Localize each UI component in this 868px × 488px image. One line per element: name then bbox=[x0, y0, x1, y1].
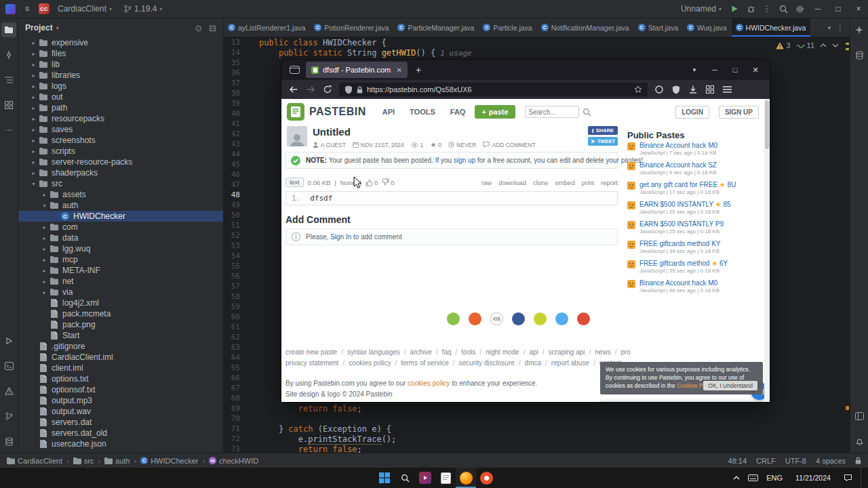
weak-warnings-indicator[interactable]: 11 bbox=[796, 41, 814, 49]
project-tree-item[interactable]: ▾auth bbox=[18, 200, 223, 211]
project-tree-item[interactable]: log4j2.xml bbox=[18, 298, 223, 308]
public-paste-link[interactable]: Binance Account hack SZ bbox=[639, 161, 717, 169]
touch-keyboard-icon[interactable] bbox=[748, 474, 758, 481]
more-tools-button[interactable]: ⋯ bbox=[1, 123, 16, 138]
browser-close-button[interactable]: ✕ bbox=[745, 60, 766, 80]
public-paste-link[interactable]: Binance Account hack M0 bbox=[639, 279, 719, 287]
commit-tool-button[interactable] bbox=[1, 47, 16, 62]
project-tree-item[interactable]: servers.dat bbox=[18, 417, 223, 428]
footer-link[interactable]: night mode bbox=[486, 348, 519, 356]
window-close-button[interactable]: × bbox=[849, 0, 868, 18]
tree-toggle-icon[interactable]: ▸ bbox=[40, 224, 49, 230]
breadcrumb-item[interactable]: auth bbox=[104, 457, 130, 465]
pastebin-logo[interactable]: PASTEBIN bbox=[287, 103, 366, 121]
extension-icon-1[interactable] bbox=[654, 85, 665, 94]
paste-action-clone[interactable]: clone bbox=[533, 179, 549, 186]
tree-toggle-icon[interactable]: ▸ bbox=[29, 170, 38, 176]
editor-tab[interactable]: CParticleManager.java bbox=[393, 18, 479, 37]
footer-link[interactable]: syntax languages bbox=[347, 348, 400, 356]
project-tree-item[interactable]: ▸scripts bbox=[18, 146, 223, 157]
footer-link[interactable]: news bbox=[595, 348, 610, 356]
nav-faq[interactable]: FAQ bbox=[450, 108, 466, 116]
prev-issue-icon[interactable] bbox=[820, 43, 827, 47]
nav-tools[interactable]: TOOLS bbox=[410, 108, 435, 116]
tree-toggle-icon[interactable]: ▸ bbox=[29, 127, 38, 133]
new-tab-button[interactable]: + bbox=[410, 64, 427, 75]
terminal-tool-button[interactable] bbox=[1, 359, 16, 373]
tree-toggle-icon[interactable]: ▾ bbox=[29, 181, 38, 187]
project-tree-item[interactable]: ▸logs bbox=[18, 81, 223, 92]
project-tree-item[interactable]: CHWIDChecker bbox=[18, 211, 223, 222]
footer-link[interactable]: privacy statement bbox=[285, 359, 338, 367]
like-button[interactable]: 0 bbox=[366, 179, 378, 186]
tree-toggle-icon[interactable]: ▾ bbox=[40, 203, 49, 209]
project-tree-item[interactable]: ▸lgg.wuq bbox=[18, 243, 223, 254]
project-tool-button[interactable] bbox=[1, 22, 16, 37]
social-rss-icon[interactable] bbox=[534, 312, 547, 325]
search-input[interactable] bbox=[525, 106, 579, 118]
footer-link[interactable]: terms of service bbox=[401, 359, 449, 367]
editor-tab[interactable]: CParticle.java bbox=[479, 18, 536, 37]
public-paste-link[interactable]: EARN $500 INSTANTLY P9 bbox=[639, 220, 724, 228]
public-paste-link[interactable]: FREE giftcards method ★ 6Y bbox=[639, 260, 728, 267]
signin-link[interactable]: Sign In bbox=[330, 233, 351, 241]
social-facebook-icon[interactable] bbox=[512, 312, 525, 325]
breadcrumb-item[interactable]: mcheckHWID bbox=[209, 457, 258, 465]
footer-link[interactable]: pro bbox=[620, 348, 630, 356]
project-tree-item[interactable]: pack.mcmeta bbox=[18, 308, 223, 319]
tree-toggle-icon[interactable]: ▸ bbox=[40, 268, 49, 274]
paste-action-download[interactable]: download bbox=[498, 179, 526, 186]
chevron-down-icon[interactable]: ▾ bbox=[56, 25, 59, 31]
project-tree-item[interactable]: ▸saves bbox=[18, 124, 223, 135]
page-scrollbar-thumb[interactable] bbox=[765, 100, 769, 149]
project-tree-item[interactable]: ▸META-INF bbox=[18, 265, 223, 276]
project-tree-item[interactable]: CardiacClient.iml bbox=[18, 352, 223, 363]
footer-link[interactable]: security disclosure bbox=[459, 359, 515, 367]
search-icon[interactable] bbox=[583, 108, 591, 117]
extension-icon-2[interactable] bbox=[671, 85, 682, 94]
notification-center-icon[interactable] bbox=[844, 474, 852, 482]
public-paste-link[interactable]: get any gift card for FREE ★ 8U bbox=[639, 181, 736, 188]
tree-toggle-icon[interactable]: ▸ bbox=[29, 83, 38, 89]
forward-icon[interactable] bbox=[305, 85, 316, 94]
project-selector[interactable]: CardiacClient ▾ bbox=[54, 3, 116, 15]
tree-toggle-icon[interactable]: ▸ bbox=[29, 138, 38, 144]
project-tree-item[interactable]: ▸libraries bbox=[18, 70, 223, 81]
url-text[interactable]: https://pastebin.com/Qs58xUX6 bbox=[367, 85, 472, 94]
tab-options-icon[interactable]: ⋮ bbox=[836, 23, 844, 33]
reload-icon[interactable] bbox=[322, 85, 333, 94]
paste-action-print[interactable]: print bbox=[582, 179, 594, 186]
paste-action-raw[interactable]: raw bbox=[481, 179, 492, 186]
more-actions-icon[interactable]: ⋮ bbox=[760, 2, 774, 16]
tree-toggle-icon[interactable]: ▸ bbox=[29, 73, 38, 79]
footer-link[interactable]: scraping api bbox=[549, 348, 585, 356]
tree-toggle-icon[interactable]: ▸ bbox=[29, 40, 38, 46]
social-android-icon[interactable] bbox=[447, 312, 460, 325]
project-tree-item[interactable]: ▸mcp bbox=[18, 254, 223, 265]
warnings-indicator[interactable]: 3 bbox=[776, 41, 790, 49]
project-tree-item[interactable]: optionsof.txt bbox=[18, 384, 223, 395]
clock-date[interactable]: 11/21/2024 bbox=[791, 474, 835, 482]
browser-menu-icon[interactable] bbox=[722, 86, 732, 93]
project-tree-item[interactable]: ▸lib bbox=[18, 59, 223, 70]
bookmark-star-icon[interactable] bbox=[634, 85, 642, 94]
cursor-position[interactable]: 48:14 bbox=[728, 457, 747, 465]
footer-link[interactable]: report abuse bbox=[551, 359, 589, 367]
project-tree-item[interactable]: ▸server-resource-packs bbox=[18, 157, 223, 167]
layout-tool-button[interactable] bbox=[852, 409, 867, 424]
run-config-selector[interactable]: Unnamed ▾ bbox=[677, 3, 726, 15]
project-tree-item[interactable]: ▸files bbox=[18, 48, 223, 59]
paste-action-embed[interactable]: embed bbox=[555, 179, 575, 186]
tree-toggle-icon[interactable]: ▸ bbox=[40, 289, 49, 296]
editor-tab[interactable]: CStart.java bbox=[634, 18, 683, 37]
page-scrollbar[interactable] bbox=[764, 99, 770, 402]
show-desktop-button[interactable] bbox=[861, 468, 864, 488]
new-paste-button[interactable]: + paste bbox=[475, 105, 515, 119]
footer-link[interactable]: api bbox=[529, 348, 538, 356]
project-tree-item[interactable]: ▾src bbox=[18, 178, 223, 189]
paste-content-box[interactable]: 1. dfsdf bbox=[285, 191, 618, 205]
facebook-share-button[interactable]: f SHARE bbox=[588, 126, 618, 135]
footer-link[interactable]: archive bbox=[410, 348, 432, 356]
tree-toggle-icon[interactable]: ▸ bbox=[29, 159, 38, 165]
browser-tab[interactable]: dfsdf - Pastebin.com ✕ bbox=[306, 62, 408, 78]
